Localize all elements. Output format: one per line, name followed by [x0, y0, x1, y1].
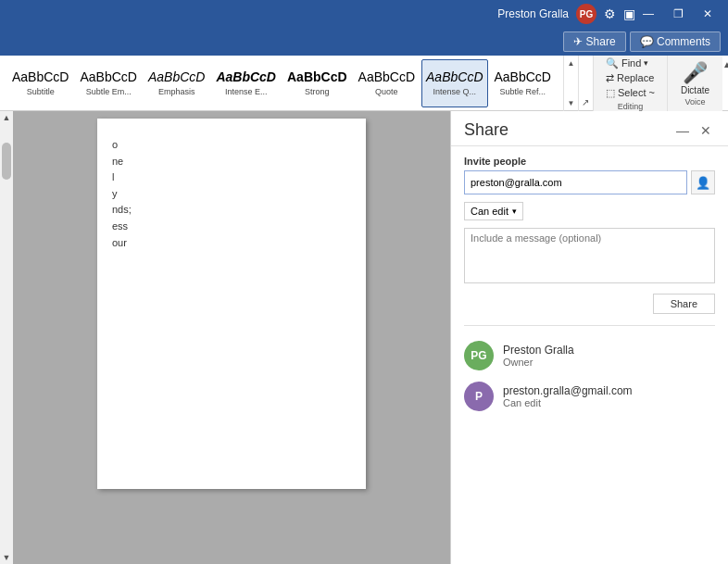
editing-tools: 🔍 Find ▾ ⇄ Replace ⬚ Select ~ — [604, 56, 657, 100]
doc-text-line: ne — [112, 154, 351, 170]
share-panel-controls: — ✕ — [672, 121, 715, 140]
style-item-intense-e[interactable]: AaBbCcDIntense E... — [211, 59, 281, 107]
doc-page: onelynds;essour — [97, 119, 366, 489]
style-preview-subtitle: AaBbCcD — [12, 69, 69, 85]
style-label-subtle-em: Subtle Em... — [86, 87, 132, 96]
style-label-strong: Strong — [305, 87, 330, 96]
share-panel-title: Share — [464, 120, 508, 140]
styles-launcher-icon[interactable]: ↗ — [582, 97, 589, 107]
comments-button[interactable]: 💬 Comments — [630, 31, 721, 52]
doc-text-line: y — [112, 186, 351, 203]
share-button[interactable]: ✈ Share — [563, 31, 625, 52]
find-dropdown-icon[interactable]: ▾ — [644, 58, 648, 68]
permission-select[interactable]: Can edit ▾ — [464, 202, 523, 220]
editing-group: 🔍 Find ▾ ⇄ Replace ⬚ Select ~ Editing — [593, 56, 667, 111]
scroll-down-icon[interactable]: ▼ — [1, 551, 13, 564]
style-item-intense-q[interactable]: AaBbCcDIntense Q... — [421, 59, 487, 107]
select-tool[interactable]: ⬚ Select ~ — [604, 86, 657, 100]
style-item-subtle-em[interactable]: AaBbCcDSubtle Em... — [75, 59, 141, 107]
ribbon-row: AaBbCcDSubtitleAaBbCcDSubtle Em...AaBbCc… — [0, 56, 728, 111]
title-bar-center: Preston Gralla PG ⚙ ▣ — [497, 4, 635, 24]
permission-dropdown-icon: ▾ — [512, 207, 517, 216]
doc-scrollbar-v[interactable]: ▲ ▼ — [0, 111, 13, 564]
doc-text-line: l — [112, 169, 351, 186]
voice-group: 🎤 Dictate Voice — [667, 56, 722, 111]
user-name: Preston Gralla — [503, 344, 574, 357]
replace-icon: ⇄ — [606, 72, 614, 84]
title-text: Preston Gralla — [497, 7, 569, 20]
doc-text-line: our — [112, 235, 351, 252]
user-role: Can edit — [503, 397, 633, 408]
style-preview-subtle-ref: AaBbCcD — [495, 69, 551, 85]
invite-label: Invite people — [464, 156, 715, 167]
style-preview-emphasis: AaBbCcD — [148, 69, 205, 85]
style-item-quote[interactable]: AaBbCcDQuote — [354, 59, 420, 107]
scroll-thumb[interactable] — [2, 143, 11, 180]
style-preview-intense-e: AaBbCcD — [216, 69, 276, 85]
address-book-button[interactable]: 👤 — [691, 170, 715, 194]
share-panel-header: Share — ✕ — [451, 111, 728, 146]
dictate-label[interactable]: Dictate — [681, 85, 709, 95]
style-item-subtitle[interactable]: AaBbCcDSubtitle — [7, 59, 73, 107]
restore-button[interactable]: ❐ — [665, 0, 691, 28]
title-bar: Preston Gralla PG ⚙ ▣ — ❐ ✕ — [0, 0, 728, 28]
scroll-up-arrow[interactable]: ▲ — [566, 57, 577, 69]
style-item-strong[interactable]: AaBbCcDStrong — [282, 59, 352, 107]
styles-list: AaBbCcDSubtitleAaBbCcDSubtle Em...AaBbCc… — [0, 56, 563, 110]
permission-row: Can edit ▾ — [464, 202, 715, 220]
style-preview-intense-q: AaBbCcD — [426, 69, 483, 85]
doc-scroll-area: ▲ ▼ onelynds;essour — [0, 111, 450, 564]
window-controls: — ❐ ✕ — [635, 0, 721, 28]
layout-icon[interactable]: ▣ — [623, 6, 635, 21]
message-textarea[interactable] — [464, 228, 715, 283]
collapse-icon: ▲ — [722, 59, 728, 69]
invite-row: 👤 — [464, 170, 715, 194]
replace-tool[interactable]: ⇄ Replace — [604, 71, 657, 85]
ribbon-collapse-button[interactable]: ▲ — [722, 56, 728, 111]
share-panel-minimize-button[interactable]: — — [672, 121, 693, 140]
select-icon: ⬚ — [606, 87, 615, 99]
share-send-row: Share — [464, 294, 715, 314]
invite-input[interactable] — [464, 170, 687, 194]
doc-text-line: nds; — [112, 202, 351, 219]
shared-user: P preston.gralla@gmail.com Can edit — [464, 376, 715, 417]
share-panel-close-button[interactable]: ✕ — [697, 121, 715, 140]
voice-label: Voice — [684, 97, 705, 107]
style-preview-strong: AaBbCcD — [287, 69, 347, 85]
close-button[interactable]: ✕ — [695, 0, 721, 28]
doc-text-line: ess — [112, 219, 351, 235]
scroll-up-icon[interactable]: ▲ — [1, 111, 13, 124]
scroll-down-arrow[interactable]: ▼ — [566, 97, 577, 109]
style-item-emphasis[interactable]: AaBbCcDEmphasis — [144, 59, 209, 107]
editing-label: Editing — [618, 102, 644, 111]
ribbon-actions: ✈ Share 💬 Comments — [0, 28, 728, 56]
share-panel-body: Invite people 👤 Can edit ▾ Share PG — [451, 146, 728, 426]
address-book-icon: 👤 — [696, 176, 710, 190]
user-name: preston.gralla@gmail.com — [503, 384, 633, 397]
style-label-intense-e: Intense E... — [225, 87, 268, 96]
styles-launcher[interactable]: ↗ — [578, 56, 593, 111]
styles-ribbon: AaBbCcDSubtitleAaBbCcDSubtle Em...AaBbCc… — [0, 56, 593, 111]
share-send-button[interactable]: Share — [653, 294, 715, 314]
permission-label: Can edit — [471, 206, 508, 217]
settings-icon[interactable]: ⚙ — [604, 6, 616, 21]
styles-scrollbar[interactable]: ▲ ▼ — [563, 56, 578, 111]
user-avatar: P — [464, 382, 494, 411]
user-avatar-title: PG — [576, 4, 596, 24]
minimize-button[interactable]: — — [635, 0, 661, 28]
style-label-intense-q: Intense Q... — [433, 87, 477, 96]
dictate-icon: 🎤 — [683, 61, 708, 85]
user-role: Owner — [503, 357, 574, 368]
user-info: preston.gralla@gmail.com Can edit — [503, 384, 633, 408]
style-label-subtitle: Subtitle — [27, 87, 55, 96]
find-tool[interactable]: 🔍 Find ▾ — [604, 56, 657, 70]
user-info: Preston Gralla Owner — [503, 344, 574, 368]
doc-text-line: o — [112, 137, 351, 154]
share-divider — [464, 325, 715, 326]
style-item-subtle-ref[interactable]: AaBbCcDSubtle Ref... — [490, 59, 556, 107]
style-label-subtle-ref: Subtle Ref... — [499, 87, 546, 96]
style-label-emphasis: Emphasis — [158, 87, 195, 96]
find-icon: 🔍 — [606, 57, 619, 69]
style-preview-subtle-em: AaBbCcD — [80, 69, 136, 85]
shared-users-list: PG Preston Gralla Owner P preston.gralla… — [464, 335, 715, 417]
